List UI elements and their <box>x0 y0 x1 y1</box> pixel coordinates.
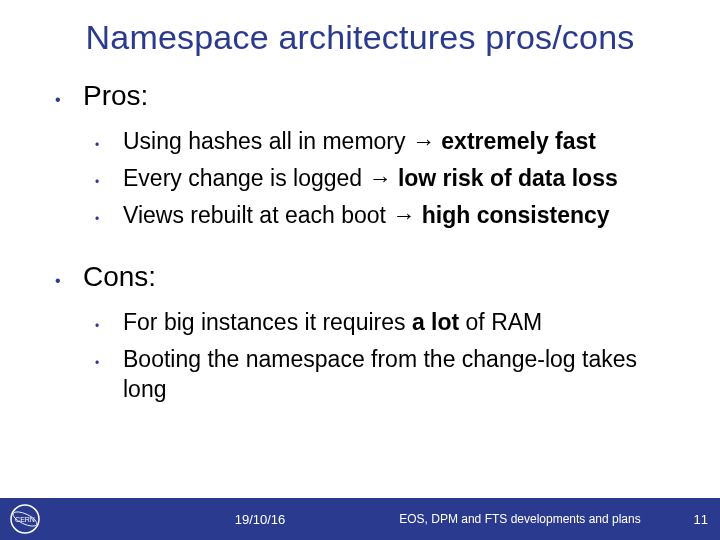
svg-text:CERN: CERN <box>15 516 35 523</box>
text-plain: of RAM <box>459 309 542 335</box>
bullet-icon: • <box>95 168 123 196</box>
text-plain: Every change is logged <box>123 165 369 191</box>
list-item: • For big instances it requires a lot of… <box>55 307 680 340</box>
list-item: • Views rebuilt at each boot → high cons… <box>55 200 680 233</box>
bullet-icon: • <box>95 205 123 233</box>
list-item-text: Using hashes all in memory → extremely f… <box>123 126 596 156</box>
slide: Namespace architectures pros/cons • Pros… <box>0 0 720 540</box>
text-plain: Using hashes all in memory <box>123 128 412 154</box>
section-heading-cons: • Cons: <box>55 261 680 297</box>
arrow-icon: → <box>412 128 435 154</box>
section-heading-label: Pros: <box>83 80 148 112</box>
list-item-text: Every change is logged → low risk of dat… <box>123 163 618 193</box>
slide-title: Namespace architectures pros/cons <box>0 18 720 57</box>
list-item: • Using hashes all in memory → extremely… <box>55 126 680 159</box>
bullet-icon: • <box>55 265 83 297</box>
bullet-icon: • <box>95 349 123 377</box>
section-heading-pros: • Pros: <box>55 80 680 116</box>
section-heading-label: Cons: <box>83 261 156 293</box>
text-plain: For big instances it requires <box>123 309 412 335</box>
slide-body: • Pros: • Using hashes all in memory → e… <box>55 80 680 432</box>
list-item-text: For big instances it requires a lot of R… <box>123 307 542 337</box>
bullet-icon: • <box>95 312 123 340</box>
arrow-icon: → <box>369 165 392 191</box>
list-item-text: Booting the namespace from the change-lo… <box>123 344 680 404</box>
slide-footer: CERN 19/10/16 EOS, DPM and FTS developme… <box>0 498 720 540</box>
cons-list: • For big instances it requires a lot of… <box>55 307 680 404</box>
list-item: • Booting the namespace from the change-… <box>55 344 680 404</box>
text-bold: a lot <box>412 309 459 335</box>
arrow-icon: → <box>392 202 415 228</box>
pros-list: • Using hashes all in memory → extremely… <box>55 126 680 233</box>
text-plain: Views rebuilt at each boot <box>123 202 392 228</box>
bullet-icon: • <box>55 84 83 116</box>
cern-logo-icon: CERN <box>8 502 42 536</box>
text-plain: Booting the namespace from the change-lo… <box>123 346 637 402</box>
text-bold: low risk of data loss <box>392 165 618 191</box>
footer-date: 19/10/16 <box>200 512 320 527</box>
list-item-text: Views rebuilt at each boot → high consis… <box>123 200 610 230</box>
footer-page-number: 11 <box>694 512 708 527</box>
text-bold: extremely fast <box>435 128 596 154</box>
footer-title: EOS, DPM and FTS developments and plans <box>380 512 660 526</box>
bullet-icon: • <box>95 131 123 159</box>
list-item: • Every change is logged → low risk of d… <box>55 163 680 196</box>
text-bold: high consistency <box>415 202 609 228</box>
